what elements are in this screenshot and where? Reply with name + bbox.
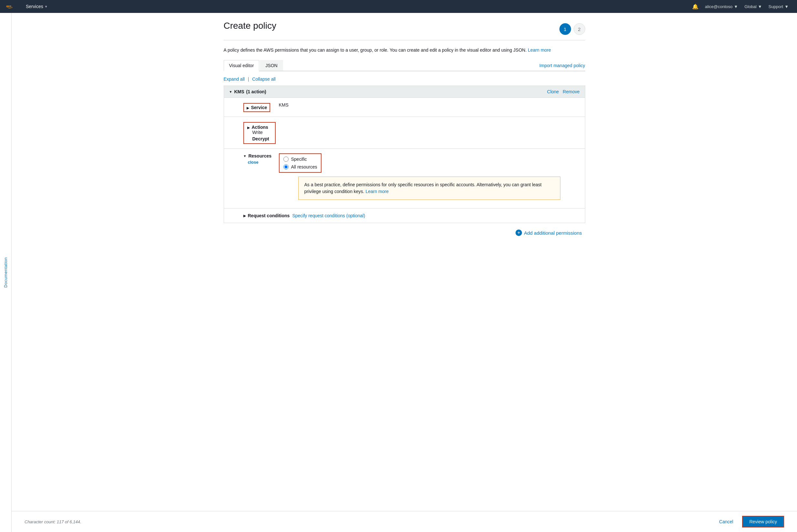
main-wrapper: Create policy 1 2 A policy defines the A…: [12, 13, 797, 532]
clone-link[interactable]: Clone: [547, 89, 559, 94]
expand-all-link[interactable]: Expand all: [224, 76, 245, 82]
collapse-all-link[interactable]: Collapse all: [252, 76, 276, 82]
header-divider: [224, 40, 585, 40]
actions-caret-icon: ▶: [247, 126, 250, 130]
resources-inner: ▼ Resources close Specific All resources: [243, 153, 580, 173]
best-practice-learn-more[interactable]: Learn more: [365, 189, 388, 194]
best-practice-box: As a best practice, define permissions f…: [298, 176, 561, 200]
request-conditions-label: ▶ Request conditions: [243, 213, 290, 218]
kms-title-text: KMS: [234, 89, 244, 94]
footer-buttons: Cancel Review policy: [714, 516, 784, 528]
aws-logo[interactable]: aws: [5, 3, 18, 10]
documentation-label: Documentation: [3, 257, 8, 288]
action-write: Write: [252, 130, 272, 135]
plus-circle-icon: +: [515, 229, 522, 236]
region-caret: ▼: [758, 4, 762, 9]
user-label: alice@contoso: [705, 4, 733, 9]
add-permissions-link[interactable]: + Add additional permissions: [515, 229, 582, 236]
request-conditions-link[interactable]: Specify request conditions (optional): [292, 213, 365, 218]
footer: Character count: 117 of 6,144. Cancel Re…: [12, 511, 797, 532]
actions-header: ▶ Actions: [247, 125, 272, 130]
best-practice-text: As a best practice, define permissions f…: [304, 182, 542, 194]
remove-link[interactable]: Remove: [563, 89, 580, 94]
resources-row: ▼ Resources close Specific All resources: [224, 149, 585, 208]
support-caret: ▼: [784, 4, 789, 9]
services-label: Services: [26, 4, 43, 9]
actions-row: ▶ Actions Write Decrypt: [224, 116, 585, 149]
step-2-indicator: 2: [574, 23, 585, 35]
resources-options: Specific All resources: [279, 153, 322, 173]
side-documentation[interactable]: Documentation: [0, 13, 12, 532]
tabs-left: Visual editor JSON: [224, 60, 284, 71]
all-resources-option[interactable]: All resources: [283, 164, 317, 170]
add-permissions-text: Add additional permissions: [524, 230, 582, 236]
expand-collapse-row: Expand all | Collapse all: [224, 76, 585, 82]
policy-description: A policy defines the AWS permissions tha…: [224, 47, 585, 54]
request-conditions-row: ▶ Request conditions Specify request con…: [224, 208, 585, 223]
page-title: Create policy: [224, 21, 276, 31]
kms-caret[interactable]: ▼: [229, 90, 232, 94]
all-resources-radio[interactable]: [283, 164, 289, 170]
kms-action-count: (1 action): [246, 89, 266, 94]
learn-more-link[interactable]: Learn more: [528, 48, 551, 53]
specific-radio[interactable]: [283, 156, 289, 162]
page-content: Create policy 1 2 A policy defines the A…: [211, 13, 598, 262]
kms-title: ▼ KMS (1 action): [229, 89, 266, 94]
tab-visual-editor[interactable]: Visual editor: [224, 60, 260, 71]
user-menu[interactable]: alice@contoso ▼: [702, 0, 741, 13]
step-indicators: 1 2: [559, 23, 585, 35]
service-label-text: Service: [251, 105, 267, 110]
specific-option[interactable]: Specific: [283, 156, 317, 162]
cancel-button[interactable]: Cancel: [714, 516, 739, 528]
service-value: KMS: [279, 102, 580, 108]
resources-label-text: Resources: [248, 153, 271, 158]
actions-outlined-box[interactable]: ▶ Actions Write Decrypt: [243, 122, 276, 144]
tabs-row: Visual editor JSON Import managed policy: [224, 60, 585, 71]
page-header: Create policy 1 2: [224, 21, 585, 35]
svg-text:aws: aws: [6, 4, 11, 8]
service-value-text: KMS: [279, 102, 289, 108]
kms-block: ▼ KMS (1 action) Clone Remove ▶ Service: [224, 86, 585, 223]
service-caret-icon: ▶: [247, 106, 249, 110]
region-label: Global: [744, 4, 757, 9]
service-row: ▶ Service KMS: [224, 97, 585, 116]
nav-right: 🔔 alice@contoso ▼ Global ▼ Support ▼: [689, 0, 792, 13]
resources-label: ▼ Resources close: [243, 153, 279, 165]
kms-header-actions: Clone Remove: [547, 89, 580, 94]
import-managed-policy-link[interactable]: Import managed policy: [539, 63, 585, 68]
top-nav: aws Services ▼ 🔔 alice@contoso ▼ Global …: [0, 0, 797, 13]
services-caret: ▼: [44, 5, 48, 8]
char-count: Character count: 117 of 6,144.: [24, 519, 81, 524]
region-menu[interactable]: Global ▼: [741, 0, 765, 13]
all-resources-label: All resources: [291, 164, 317, 170]
rc-label-text: Request conditions: [248, 213, 290, 218]
resources-caret: ▼: [243, 154, 247, 158]
separator: |: [248, 76, 249, 82]
review-policy-button[interactable]: Review policy: [742, 516, 784, 528]
actions-label: ▶ Actions Write Decrypt: [243, 121, 279, 144]
resources-close-link[interactable]: close: [248, 160, 259, 165]
notifications-icon[interactable]: 🔔: [689, 3, 702, 10]
specific-label: Specific: [291, 156, 307, 162]
step-1-indicator: 1: [559, 23, 571, 35]
kms-header: ▼ KMS (1 action) Clone Remove: [224, 86, 585, 97]
service-outlined-box[interactable]: ▶ Service: [243, 103, 270, 112]
resources-label-top: ▼ Resources: [243, 153, 272, 158]
services-menu[interactable]: Services ▼: [23, 4, 50, 9]
user-caret: ▼: [734, 4, 738, 9]
tab-json[interactable]: JSON: [260, 60, 283, 71]
rc-caret: ▶: [243, 214, 246, 217]
add-permissions-row: + Add additional permissions: [224, 229, 585, 236]
action-decrypt: Decrypt: [252, 136, 272, 141]
support-menu[interactable]: Support ▼: [765, 0, 792, 13]
support-label: Support: [768, 4, 783, 9]
service-label: ▶ Service: [243, 102, 279, 112]
actions-label-text: Actions: [252, 125, 268, 130]
